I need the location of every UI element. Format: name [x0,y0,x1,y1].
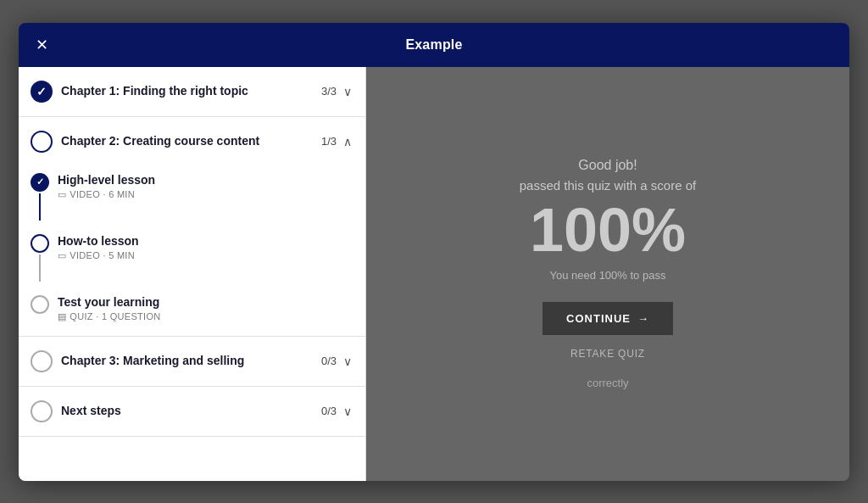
chapter-3-status-icon [31,350,53,372]
lesson-2-status-icon [31,234,49,253]
score-display: 100% [520,199,696,260]
lesson-3-type: ▤ QUIZ · 1 QUESTION [58,311,352,322]
chapter-2-title: Chapter 2: Creating course content [61,134,259,148]
chapter-3-title: Chapter 3: Marketing and selling [61,354,244,367]
lesson-1-title: High-level lesson [58,173,352,187]
right-panel: Good job! passed this quiz with a score … [366,67,849,481]
chapter-2-header[interactable]: Chapter 2: Creating course content 1/3 ∧ [19,117,365,166]
arrow-right-icon: → [637,312,649,325]
lesson-item[interactable]: Test your learning ▤ QUIZ · 1 QUESTION [19,288,365,329]
chapter-3-item: Chapter 3: Marketing and selling 0/3 ∨ [19,337,365,387]
chapter-3-progress: 0/3 [321,355,337,367]
lesson-1-status-icon: ✓ [31,173,49,192]
lesson-2-meta: VIDEO · 5 MIN [70,250,135,260]
passed-text: passed this quiz with a score of [520,178,696,193]
sidebar: ✓ Chapter 1: Finding the right topic 3/3… [19,67,366,481]
chapter-2-status-icon [31,131,53,153]
lesson-2-title: How-to lesson [58,234,352,248]
quiz-result: Good job! passed this quiz with a score … [503,141,713,406]
chapter-2-item: Chapter 2: Creating course content 1/3 ∧… [19,117,365,337]
video-icon: ▭ [58,189,66,200]
video-icon: ▭ [58,250,66,261]
lesson-2-connector-line [39,254,41,282]
continue-button[interactable]: CONTINUE → [542,302,673,335]
need-to-pass-text: You need 100% to pass [520,269,696,282]
lesson-1-connector-line [39,193,41,221]
chapter-2-chevron: ∧ [343,135,352,148]
chapter-2-progress: 1/3 [321,135,337,148]
retake-quiz-button[interactable]: RETAKE QUIZ [570,348,645,360]
modal-title: Example [405,37,462,53]
modal-body: ✓ Chapter 1: Finding the right topic 3/3… [19,67,849,481]
next-steps-chevron: ∨ [343,405,352,418]
chapter-1-chevron: ∨ [343,85,352,98]
correctly-text: correctly [520,377,696,389]
chapter-3-chevron: ∨ [343,355,352,368]
chapter-item: ✓ Chapter 1: Finding the right topic 3/3… [19,67,365,117]
next-steps-progress: 0/3 [321,405,337,417]
lesson-2-type: ▭ VIDEO · 5 MIN [58,250,352,261]
good-job-text: Good job! [520,158,696,173]
chapter-1-header[interactable]: ✓ Chapter 1: Finding the right topic 3/3… [19,67,365,116]
lesson-item[interactable]: ✓ High-level lesson ▭ VIDEO · 6 MIN [19,166,365,227]
lesson-3-status-icon [31,295,49,314]
chapter-2-lessons: ✓ High-level lesson ▭ VIDEO · 6 MIN [19,166,365,336]
lesson-3-title: Test your learning [58,295,352,309]
lesson-1-meta: VIDEO · 6 MIN [70,189,135,199]
modal-header: ✕ Example [19,23,849,67]
next-steps-title: Next steps [61,404,121,417]
lesson-1-type: ▭ VIDEO · 6 MIN [58,189,352,200]
chapter-1-progress: 3/3 [321,85,337,98]
close-button[interactable]: ✕ [36,37,48,53]
chapter-3-header[interactable]: Chapter 3: Marketing and selling 0/3 ∨ [19,337,365,386]
lesson-3-meta: QUIZ · 1 QUESTION [70,311,160,321]
next-steps-status-icon [31,400,53,422]
next-steps-item: Next steps 0/3 ∨ [19,387,365,437]
chapter-1-status-icon: ✓ [31,81,53,103]
chapter-1-title: Chapter 1: Finding the right topic [61,84,248,98]
next-steps-header[interactable]: Next steps 0/3 ∨ [19,387,365,436]
modal-container: ✕ Example ✓ Chapter 1: Finding the right… [19,23,849,481]
quiz-icon: ▤ [58,311,66,322]
lesson-item[interactable]: How-to lesson ▭ VIDEO · 5 MIN [19,227,365,288]
